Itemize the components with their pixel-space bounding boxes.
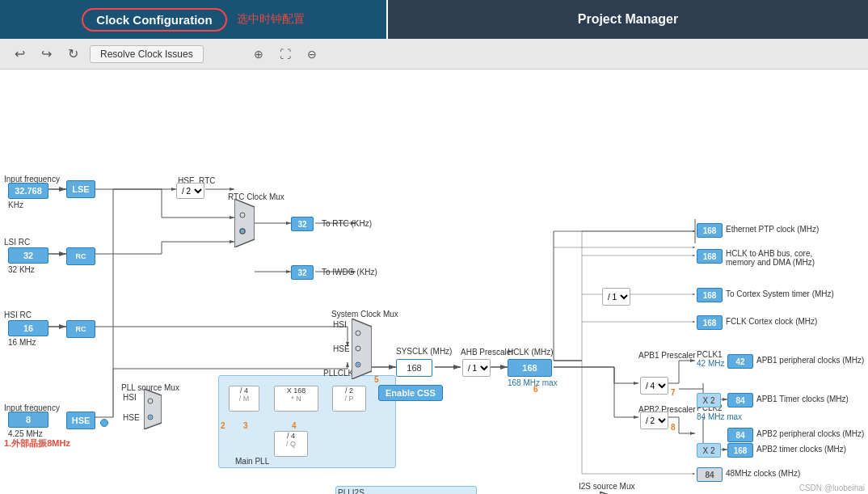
apb2-timer-label: APB2 timer clocks (MHz) [756,445,846,454]
hse-rtc-div2-option[interactable]: / 2 [179,186,204,196]
top-bar: Clock Configuration 选中时钟配置 Project Manag… [0,0,868,39]
apb1-div-option[interactable]: / 4 [643,381,668,391]
cortex-timer-label: To Cortex System timer (MHz) [726,289,834,298]
apb2-timer-val: 168 [727,443,753,458]
sys-mux-hse-label: HSE [333,344,350,353]
div-m-select[interactable]: / 4 / M [229,386,259,412]
ahb-prescaler-label: AHB Prescaler [461,348,514,357]
pll-mux-hse-label: HSE [123,413,140,422]
zoom-in-button[interactable]: ⊕ [249,46,268,62]
annotation-7: 7 [671,388,676,397]
sys-mux-pllclk-label: PLLCLK [323,369,353,378]
annotation-5: 5 [374,375,379,384]
fclk-val: 168 [697,315,723,330]
ahb-prescaler-select[interactable]: / 1 [462,359,491,377]
hse-rtc-div2-select[interactable]: / 2 [176,183,204,199]
sysclk-label: SYSCLK (MHz) [396,347,452,356]
div-p-select[interactable]: / 2 / P [332,386,366,412]
lsi-rc-box: RC [66,247,95,265]
apb1-timer-val: 84 [727,393,753,407]
system-clock-mux-symbol [352,319,372,379]
redo-button[interactable]: ↪ [36,44,57,63]
apb2-periph-val: 84 [727,428,753,442]
apb2-div-option[interactable]: / 2 [643,416,668,426]
lsi-rc-label: LSI RC [4,238,30,247]
hsi-sub-label: 16 MHz [8,338,36,347]
svg-marker-65 [144,389,162,429]
annotation-3: 3 [243,421,248,430]
hse-selected-dot [100,419,108,427]
plli2s-area: PLLI2S X 192 * N / 2 / R [335,486,477,494]
cortex-timer-val: 168 [697,288,723,302]
mhz48-val: 84 [697,467,723,482]
hclk-label: HCLK (MHz) [508,348,554,357]
hclk-ahb-label: HCLK to AHB bus, core,memory and DMA (MH… [726,249,867,267]
x-n-select[interactable]: X 168 * N [274,386,318,412]
main-pll-label: Main PLL [235,457,269,466]
diagram-area: Input frequency 32.768 KHz LSE HSE_RTC /… [0,70,868,494]
plli2s-label: PLLI2S [338,488,364,494]
clock-config-button[interactable]: Clock Configuration [82,8,226,32]
hse-box: HSE [66,412,95,429]
enable-css-button[interactable]: Enable CSS [378,385,443,401]
i2s-source-mux-label: I2S source Mux [579,482,634,491]
watermark: CSDN @luobeihai [799,483,865,492]
svg-marker-69 [352,319,372,379]
apb1-periph-label: APB1 peripheral clocks (MHz) [756,356,864,365]
pclk2-max: 84 MHz max [697,412,742,421]
annotation-1: 1.外部晶振8MHz [4,437,70,450]
refresh-button[interactable]: ↻ [63,44,83,63]
annotation-8: 8 [671,423,676,432]
apb2-prescaler-select[interactable]: / 2 [640,412,668,429]
pclk1-label: PCLK1 [697,350,723,359]
mhz48-label: 48MHz clocks (MHz) [726,469,800,478]
sysclk-val: 168 [396,359,432,377]
ahb-div-option[interactable]: / 1 [465,363,491,374]
svg-marker-61 [234,199,255,247]
fit-button[interactable]: ⛶ [275,46,296,62]
svg-point-64 [241,230,244,233]
rtc-mux-symbol [234,199,255,247]
svg-point-73 [356,363,360,366]
x2-apb1: X 2 [697,393,721,407]
resolve-clock-issues-button[interactable]: Resolve Clock Issues [90,45,204,63]
clock-config-section: Clock Configuration 选中时钟配置 [0,0,388,39]
input-freq-val-2: 8 [8,412,48,428]
eth-ptp-val: 168 [697,223,723,238]
annotation-4: 4 [292,421,297,430]
eth-ptp-label: Ethernet PTP clock (MHz) [726,225,819,234]
div-q-select[interactable]: / 4 / Q [274,431,308,457]
undo-button[interactable]: ↩ [10,44,30,63]
x2-apb2: X 2 [697,443,721,458]
pll-area: 2 3 4 / 4 / M X 168 * N / 2 / P / 4 / Q … [218,375,396,468]
apb1-timer-label: APB1 Timer clocks (MHz) [756,395,849,403]
fclk-label: FCLK Cortex clock (MHz) [726,317,817,326]
apb1-prescaler-label: APB1 Prescaler [638,351,696,360]
input-freq-unit-1: KHz [8,201,23,209]
lsi-val-box: 32 [8,247,48,264]
hclk-ahb-val: 168 [697,249,723,264]
to-iwdg-label: To IWDG (KHz) [322,268,377,277]
hclk-val-box: 168 [508,359,552,377]
project-manager-section: Project Manager [388,0,868,39]
lsi-sub-label: 32 KHz [8,265,35,274]
lse-box: LSE [66,180,95,198]
apb1-periph-val: 42 [727,354,753,369]
hsi-rc-label: HSI RC [4,310,32,319]
selected-label: 选中时钟配置 [237,12,305,27]
sys-mux-hsi-label: HSI [333,320,347,329]
input-freq-val-1: 32.768 [8,183,48,199]
hsi-val-box: 16 [8,320,48,336]
apb2-periph-label: APB2 peripheral clocks (MHz) [756,429,864,438]
cortex-div1-select[interactable]: / 1 [602,288,630,306]
cortex-div-option[interactable]: / 1 [605,292,630,302]
zoom-out-button[interactable]: ⊖ [302,46,322,62]
hsi-rc-box: RC [66,320,95,338]
project-manager-title: Project Manager [578,12,678,27]
iwdg-val-box: 32 [291,265,314,280]
pll-source-mux-symbol [144,389,162,429]
apb1-prescaler-select[interactable]: / 4 [640,377,668,395]
annotation-6: 6 [533,385,538,394]
pll-mux-hsi-label: HSI [123,393,137,402]
to-rtc-label: To RTC (KHz) [322,219,372,228]
